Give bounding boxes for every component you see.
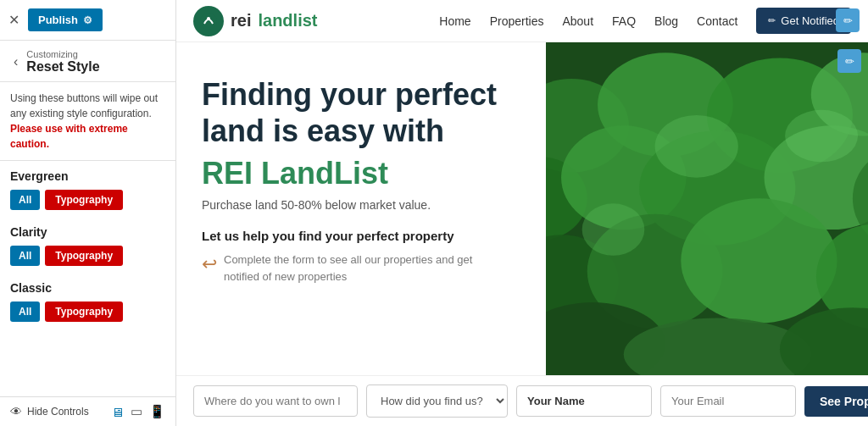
- back-icon: ‹: [14, 54, 18, 69]
- publish-button[interactable]: Publish ⚙: [28, 8, 103, 31]
- heading-line1: Finding your perfect: [202, 77, 497, 112]
- svg-point-0: [200, 13, 217, 30]
- nav-blog[interactable]: Blog: [654, 14, 678, 28]
- edit-pencil-icon: ✏: [845, 55, 854, 68]
- cta-label: Get Notified: [781, 14, 839, 27]
- source-select[interactable]: How did you find us?: [366, 385, 508, 418]
- hero-subtext: Purchase land 50-80% below market value.: [202, 198, 520, 212]
- edit-icon: ✏: [843, 14, 853, 27]
- caution-text: Please use with extreme caution.: [10, 123, 128, 150]
- nav-home[interactable]: Home: [439, 14, 470, 28]
- site-nav: rei landlist Home Properties About FAQ B…: [176, 0, 868, 42]
- evergreen-typography-button[interactable]: Typography: [45, 190, 123, 210]
- clarity-all-button[interactable]: All: [10, 246, 40, 266]
- image-edit-button[interactable]: ✏: [837, 49, 861, 73]
- warning-message: Using these buttons will wipe out any ex…: [10, 92, 158, 119]
- nav-properties[interactable]: Properties: [490, 14, 544, 28]
- publish-label: Publish: [38, 14, 78, 26]
- site-logo: rei landlist: [193, 6, 317, 36]
- heading-line2: land is easy with: [202, 113, 444, 148]
- logo-icon: [193, 6, 224, 36]
- left-panel: ✕ Publish ⚙ ‹ Customizing Reset Style Us…: [0, 0, 176, 426]
- warning-text: Using these buttons will wipe out any ex…: [0, 82, 175, 161]
- hide-controls-label: Hide Controls: [27, 406, 89, 418]
- hide-controls-button[interactable]: 👁 Hide Controls: [10, 405, 89, 418]
- classic-typography-button[interactable]: Typography: [45, 302, 123, 322]
- bottom-bar: 👁 Hide Controls 🖥 ▭ 📱: [0, 396, 175, 426]
- evergreen-all-button[interactable]: All: [10, 190, 40, 210]
- gear-icon: ⚙: [83, 14, 92, 26]
- see-properties-button[interactable]: See Properties: [804, 386, 868, 417]
- svg-point-19: [655, 115, 738, 178]
- customizing-info: Customizing Reset Style: [26, 49, 99, 75]
- hero-section: Finding your perfect land is easy with R…: [176, 42, 868, 375]
- customizing-section: ‹ Customizing Reset Style: [0, 41, 175, 82]
- email-input[interactable]: [660, 385, 796, 417]
- nav-faq[interactable]: FAQ: [612, 14, 636, 28]
- top-bar: ✕ Publish ⚙: [0, 0, 175, 41]
- close-icon: ✕: [8, 12, 19, 28]
- mobile-icon[interactable]: 📱: [149, 404, 165, 419]
- help-title-text: Let us help you find your perfect proper…: [202, 229, 454, 243]
- svg-point-1: [207, 17, 210, 20]
- hero-heading: Finding your perfect land is easy with: [202, 76, 520, 149]
- desktop-icon[interactable]: 🖥: [111, 404, 124, 419]
- svg-point-21: [582, 203, 645, 255]
- clarity-typography-button[interactable]: Typography: [45, 246, 123, 266]
- nav-about[interactable]: About: [562, 14, 593, 28]
- style-group-evergreen: Evergreen All Typography: [10, 169, 165, 210]
- logo-landlist: landlist: [258, 11, 317, 30]
- eye-icon: 👁: [10, 405, 22, 418]
- reset-style-label: Reset Style: [26, 59, 99, 75]
- style-name-clarity: Clarity: [10, 225, 165, 239]
- style-name-classic: Classic: [10, 281, 165, 295]
- hero-left: Finding your perfect land is easy with R…: [176, 42, 546, 375]
- close-button[interactable]: ✕: [7, 10, 21, 30]
- style-options: Evergreen All Typography Clarity All Typ…: [0, 161, 175, 396]
- classic-all-button[interactable]: All: [10, 302, 40, 322]
- hero-help-desc: Complete the form to see all our propert…: [224, 252, 495, 285]
- style-name-evergreen: Evergreen: [10, 169, 165, 183]
- nav-edit-button[interactable]: ✏: [836, 8, 860, 32]
- svg-point-20: [785, 110, 858, 162]
- submit-label: See Properties: [820, 395, 868, 408]
- tablet-icon[interactable]: ▭: [131, 404, 142, 419]
- back-button[interactable]: ‹: [10, 53, 21, 71]
- logo-rei: rei: [231, 11, 251, 30]
- style-buttons-evergreen: All Typography: [10, 190, 165, 210]
- customizing-label: Customizing: [26, 49, 99, 59]
- style-group-classic: Classic All Typography: [10, 281, 165, 322]
- form-bar: How did you find us? See Properties: [176, 375, 868, 426]
- hero-brand: REI LandList: [202, 156, 520, 191]
- hero-help-title: Let us help you find your perfect proper…: [202, 229, 520, 243]
- style-group-clarity: Clarity All Typography: [10, 225, 165, 266]
- svg-point-14: [681, 198, 837, 323]
- location-input[interactable]: [193, 385, 358, 417]
- name-input[interactable]: [516, 385, 652, 417]
- hero-image: ✏: [546, 42, 868, 375]
- style-buttons-classic: All Typography: [10, 302, 165, 322]
- arrow-icon: ↩: [202, 253, 217, 275]
- style-buttons-clarity: All Typography: [10, 246, 165, 266]
- site-nav-links: Home Properties About FAQ Blog Contact ✏…: [439, 8, 851, 34]
- pencil-icon: ✏: [768, 15, 776, 26]
- right-content: rei landlist Home Properties About FAQ B…: [176, 0, 868, 426]
- nav-contact[interactable]: Contact: [697, 14, 737, 28]
- device-icons: 🖥 ▭ 📱: [111, 404, 165, 419]
